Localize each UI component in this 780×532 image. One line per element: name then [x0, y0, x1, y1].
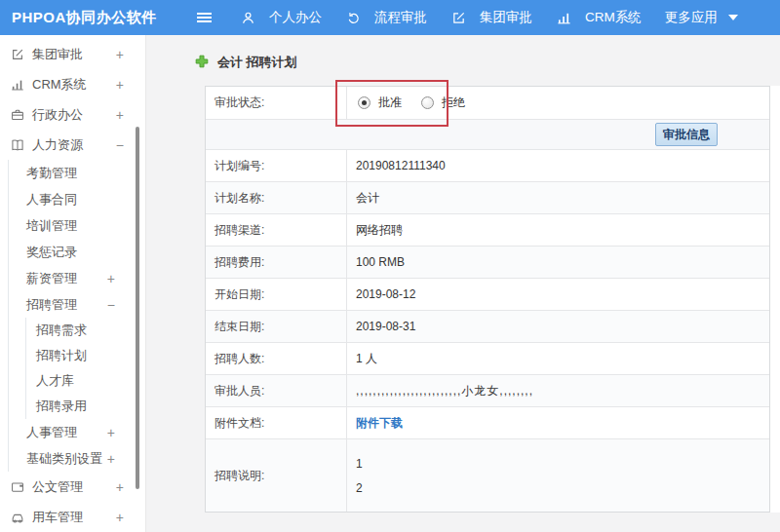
sidebar-item-label: 招聘录用: [36, 398, 87, 415]
expand-toggle[interactable]: +: [107, 271, 115, 286]
nav-label: 集团审批: [480, 9, 532, 26]
sidebar-item-hr-contract[interactable]: 人事合同: [0, 186, 145, 212]
expand-toggle[interactable]: +: [107, 451, 115, 467]
nav-item-crm[interactable]: CRM系统: [556, 9, 642, 26]
field-label: 招聘渠道:: [206, 214, 347, 246]
detail-panel: 审批状态: 批准 拒绝 审批信息 计划编号: 20190812111340 计划…: [205, 86, 780, 513]
nav-label: CRM系统: [585, 9, 642, 26]
field-label-text: 附件文档:: [214, 415, 264, 432]
field-value: 网络招聘: [347, 214, 769, 246]
field-value-text: ,,,,,,,,,,,,,,,,,,,,,,,,,小龙女,,,,,,,,: [356, 383, 533, 399]
edit-icon: [10, 47, 25, 62]
expand-toggle[interactable]: +: [116, 107, 124, 123]
field-label: 招聘费用:: [206, 247, 347, 278]
field-label-text: 计划编号:: [214, 158, 264, 174]
sidebar-item-label: 人力资源: [32, 136, 83, 154]
edit-icon: [450, 10, 466, 25]
table-row-headcount: 招聘人数: 1 人: [206, 343, 769, 375]
field-label: 计划编号:: [206, 150, 347, 181]
sidebar-item-base-category[interactable]: 基础类别设置 +: [0, 445, 145, 472]
field-label-text: 审批状态:: [214, 95, 264, 111]
sidebar-item-vehicle[interactable]: 用车管理 +: [0, 502, 145, 532]
sidebar-item-salary[interactable]: 薪资管理 +: [0, 265, 145, 291]
hamburger-menu-icon[interactable]: [197, 11, 212, 24]
page-title-text: 会计 招聘计划: [217, 54, 297, 71]
sidebar-scrollbar[interactable]: [136, 127, 139, 489]
table-row-plan-number: 计划编号: 20190812111340: [206, 150, 769, 182]
field-value-text: 网络招聘: [356, 222, 403, 239]
field-label: 招聘人数:: [206, 343, 347, 374]
app-logo: PHPOA协同办公软件: [12, 0, 157, 35]
field-value: 附件下载: [347, 407, 769, 438]
field-value: ,,,,,,,,,,,,,,,,,,,,,,,,,小龙女,,,,,,,,: [347, 375, 769, 406]
sidebar-item-recruit-hire[interactable]: 招聘录用: [0, 394, 145, 419]
nav-item-more-apps[interactable]: 更多应用: [665, 9, 738, 26]
expand-toggle[interactable]: +: [107, 425, 115, 440]
expand-toggle[interactable]: +: [116, 510, 124, 525]
sidebar-item-label: 招聘计划: [36, 347, 87, 364]
table-row-recruit-channel: 招聘渠道: 网络招聘: [206, 214, 769, 247]
table-row-approvers: 审批人员: ,,,,,,,,,,,,,,,,,,,,,,,,,小龙女,,,,,,…: [206, 375, 769, 407]
car-icon: [10, 510, 25, 525]
field-label: 审批状态:: [206, 87, 347, 119]
status-options: 批准 拒绝: [347, 87, 769, 119]
radio-approve[interactable]: [358, 96, 370, 109]
nav-item-process-approval[interactable]: 流程审批: [345, 9, 427, 26]
sidebar-item-recruit-plan[interactable]: 招聘计划: [0, 343, 145, 368]
sidebar-item-label: 考勤管理: [26, 165, 77, 182]
field-value-text: 20190812111340: [356, 159, 446, 172]
sidebar-item-talent-pool[interactable]: 人才库: [0, 368, 145, 394]
description-line: 1: [356, 452, 363, 476]
main-content: 会计 招聘计划 审批状态: 批准 拒绝 审批信息 计划编号: 20: [146, 35, 780, 532]
bar-chart-icon: [10, 77, 25, 93]
sidebar-item-personnel-mgmt[interactable]: 人事管理 +: [0, 419, 145, 445]
sidebar-item-admin-office[interactable]: 行政办公 +: [0, 99, 145, 130]
sidebar-item-recruit-mgmt[interactable]: 招聘管理 −: [0, 291, 145, 318]
field-value: 1 人: [347, 343, 769, 374]
radio-reject[interactable]: [421, 96, 434, 109]
status-row: 审批状态: 批准 拒绝: [206, 87, 769, 120]
sidebar-item-recruit-demand[interactable]: 招聘需求: [0, 318, 145, 343]
field-label: 开始日期:: [206, 279, 347, 310]
briefcase-icon: [10, 107, 25, 123]
field-label-text: 招聘费用:: [214, 254, 264, 271]
field-label-text: 开始日期:: [214, 286, 264, 303]
field-label-text: 结束日期:: [214, 319, 264, 335]
sidebar-item-documents[interactable]: 公文管理 +: [0, 472, 145, 502]
expand-toggle[interactable]: +: [116, 47, 124, 62]
nav-label: 流程审批: [374, 9, 427, 26]
sidebar-item-label: 薪资管理: [26, 270, 77, 287]
expand-toggle[interactable]: +: [116, 77, 124, 93]
description-line: 2: [356, 476, 363, 501]
approval-info-button[interactable]: 审批信息: [655, 123, 718, 146]
nav-item-personal-office[interactable]: 个人办公: [240, 9, 322, 26]
sidebar-item-hr[interactable]: 人力资源 −: [0, 130, 145, 160]
sidebar-item-training[interactable]: 培训管理: [0, 212, 145, 239]
field-value-text: 100 RMB: [356, 255, 405, 269]
sidebar-item-label: 招聘需求: [36, 322, 87, 339]
sidebar-item-label: 人事管理: [26, 424, 77, 441]
sidebar-item-rewards[interactable]: 奖惩记录: [0, 239, 145, 265]
collapse-toggle[interactable]: −: [107, 297, 115, 313]
field-value: 1 2: [347, 439, 769, 512]
field-value-text: 1 人: [356, 351, 377, 367]
field-label-text: 计划名称:: [214, 190, 264, 207]
collapse-toggle[interactable]: −: [116, 137, 124, 153]
sidebar-item-group-approval[interactable]: 集团审批 +: [0, 39, 145, 69]
nav-item-group-approval[interactable]: 集团审批: [450, 9, 532, 26]
sidebar-item-attendance[interactable]: 考勤管理: [0, 160, 145, 186]
table-row-attachment: 附件文档: 附件下载: [206, 407, 769, 439]
sidebar-item-crm[interactable]: CRM系统 +: [0, 69, 145, 99]
field-value-text: 会计: [356, 190, 379, 207]
table-row-recruit-cost: 招聘费用: 100 RMB: [206, 247, 769, 279]
caret-down-icon: [728, 15, 738, 20]
sidebar-item-label: 招聘管理: [26, 296, 77, 314]
field-label-text: 招聘人数:: [214, 351, 264, 367]
process-icon: [345, 10, 361, 25]
field-label-text: 招聘说明:: [214, 468, 264, 484]
attachment-download-link[interactable]: 附件下载: [356, 415, 403, 432]
nav-label: 更多应用: [665, 9, 718, 26]
expand-toggle[interactable]: +: [116, 479, 124, 495]
detail-table: 审批状态: 批准 拒绝 审批信息 计划编号: 20190812111340 计划…: [205, 86, 770, 513]
field-label: 审批人员:: [206, 375, 347, 406]
